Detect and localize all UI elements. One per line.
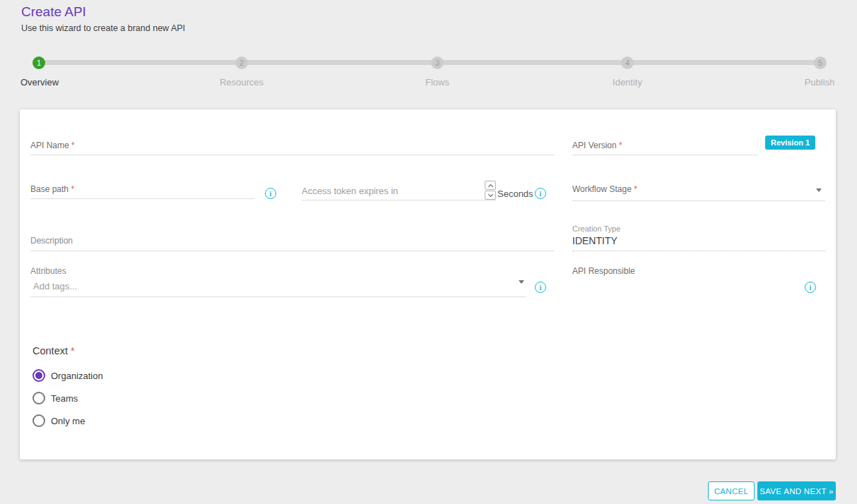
step-circle-flows[interactable]: 3	[431, 56, 444, 69]
step-circle-publish[interactable]: 5	[814, 56, 827, 69]
radio-unselected-icon[interactable]	[32, 392, 45, 404]
workflow-stage-label: Workflow Stage *	[572, 184, 637, 194]
creation-type-label: Creation Type	[572, 224, 620, 233]
attributes-info-icon[interactable]: i	[535, 282, 546, 293]
api-version-label: API Version *	[572, 140, 622, 150]
api-name-label: API Name *	[30, 140, 75, 150]
required-marker: *	[619, 140, 622, 150]
step-circle-resources[interactable]: 2	[235, 56, 248, 69]
attributes-dropdown-icon[interactable]	[519, 280, 524, 284]
api-responsible-info-icon[interactable]: i	[805, 282, 816, 293]
attributes-underline	[30, 296, 526, 297]
radio-unselected-icon[interactable]	[32, 414, 45, 427]
access-token-placeholder: Access token expires in	[302, 186, 398, 196]
access-token-spinner	[485, 181, 496, 200]
access-token-unit-label: Seconds	[497, 188, 533, 199]
spinner-up-button[interactable]	[485, 181, 496, 190]
context-label: Context *	[32, 345, 75, 356]
context-option-teams[interactable]: Teams	[32, 392, 78, 404]
access-token-info-icon[interactable]: i	[535, 188, 546, 199]
radio-label[interactable]: Teams	[51, 393, 78, 404]
workflow-stage-dropdown-icon[interactable]	[816, 188, 822, 192]
chevron-down-icon	[487, 192, 492, 197]
step-label-resources[interactable]: Resources	[220, 77, 264, 88]
radio-selected-icon[interactable]	[32, 369, 45, 382]
base-path-underline	[30, 198, 254, 199]
api-version-underline	[572, 155, 757, 155]
spinner-down-button[interactable]	[485, 191, 496, 200]
access-token-underline	[302, 200, 496, 200]
api-responsible-label: API Responsible	[572, 266, 635, 276]
workflow-stage-underline	[572, 200, 825, 201]
api-name-underline	[30, 155, 555, 155]
step-number: 3	[435, 59, 439, 67]
context-option-organization[interactable]: Organization	[32, 369, 103, 382]
required-marker: *	[71, 184, 74, 194]
radio-label[interactable]: Only me	[51, 416, 85, 426]
radio-label[interactable]: Organization	[51, 371, 103, 381]
creation-type-underline	[572, 251, 825, 251]
step-number: 1	[37, 59, 41, 67]
description-label: Description	[30, 236, 73, 246]
step-label-identity[interactable]: Identity	[613, 77, 642, 88]
step-circle-overview[interactable]: 1	[32, 56, 45, 69]
attributes-placeholder: Add tags...	[33, 281, 77, 292]
description-underline	[30, 251, 555, 251]
step-number: 2	[240, 59, 244, 67]
base-path-label: Base path *	[30, 184, 74, 194]
page-title: Create API	[21, 4, 86, 20]
step-label-publish[interactable]: Publish	[805, 77, 835, 88]
attributes-label: Attributes	[30, 266, 66, 276]
step-number: 4	[625, 59, 630, 67]
step-label-flows[interactable]: Flows	[425, 77, 449, 88]
required-marker: *	[634, 184, 637, 194]
required-marker: *	[71, 345, 75, 356]
creation-type-value: IDENTITY	[572, 235, 617, 246]
step-circle-identity[interactable]: 4	[621, 56, 634, 69]
create-api-page: Create API Use this wizard to create a b…	[0, 0, 857, 504]
step-number: 5	[818, 59, 822, 67]
step-label-overview[interactable]: Overview	[20, 77, 59, 88]
page-subtitle: Use this wizard to create a brand new AP…	[21, 23, 185, 33]
revision-badge: Revision 1	[765, 136, 815, 150]
required-marker: *	[71, 140, 75, 150]
context-option-only-me[interactable]: Only me	[32, 414, 85, 427]
save-and-next-button[interactable]: SAVE AND NEXT »	[757, 481, 836, 500]
chevron-up-icon	[487, 184, 492, 188]
cancel-button[interactable]: CANCEL	[708, 481, 755, 500]
base-path-info-icon[interactable]: i	[265, 188, 276, 199]
form-card: API Name * API Version * Revision 1 Base…	[20, 109, 836, 460]
